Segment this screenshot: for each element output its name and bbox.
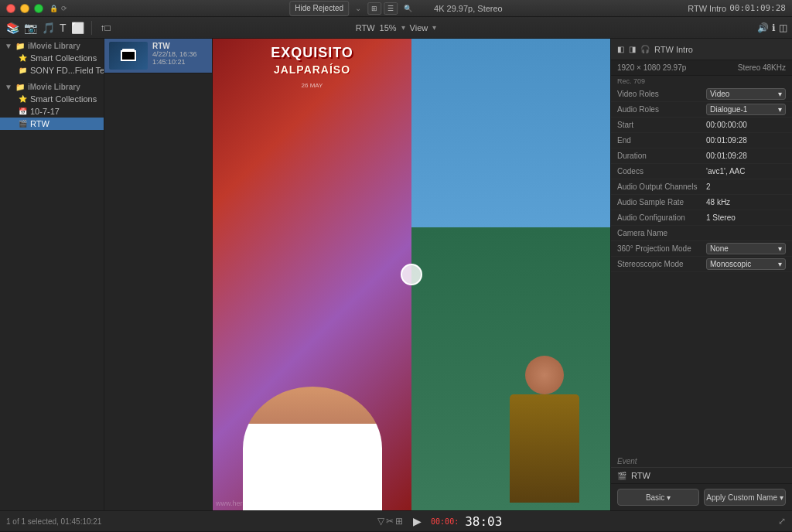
inspector-icon[interactable]: ◫: [779, 22, 787, 33]
inspector-header: ◧ ◨ 🎧 RTW Intro: [611, 39, 792, 60]
label-stereoscopic: Stereoscopic Mode: [617, 260, 706, 268]
toolbar: 📚 📷 🎵 T ⬜ ↑□ RTW 15% ▾ View ▾ 🔊 ℹ ◫: [0, 17, 792, 39]
inspector-row-codecs: Codecs 'avc1', AAC: [611, 164, 792, 179]
share-icon[interactable]: ↑□: [101, 22, 111, 33]
inspector-footer: Basic ▾ Apply Custom Name ▾: [611, 483, 792, 510]
360-projection-value: None: [710, 244, 729, 253]
label-audio-channels: Audio Output Channels: [617, 182, 706, 191]
music-icon[interactable]: 🎵: [40, 20, 56, 36]
value-stereoscopic[interactable]: Monoscopic ▾: [706, 258, 786, 270]
inspector-row-audio-roles: Audio Roles Dialogue-1 ▾: [611, 102, 792, 118]
match-icon[interactable]: ⊞: [395, 516, 403, 527]
inspector-back-icon[interactable]: ◧: [617, 45, 624, 53]
split-handle[interactable]: [401, 264, 422, 285]
stereoscopic-value: Monoscopic: [710, 260, 751, 268]
titlebar: 🔒 ⟳ Hide Rejected ⌄ ⊞ ☰ 🔍 4K 29.97p, Ste…: [0, 0, 792, 17]
inspector-forward-icon[interactable]: ◨: [629, 45, 636, 53]
view-toggle-1[interactable]: ⊞: [367, 2, 381, 15]
fullscreen-icon[interactable]: ⤢: [778, 516, 786, 527]
value-end: 00:01:09:28: [706, 136, 786, 145]
maximize-button[interactable]: [34, 4, 43, 13]
sidebar-section-imovie-2[interactable]: ▼ 📁 iMovie Library: [0, 80, 104, 93]
sidebar-item-smart-collections-2[interactable]: ⭐ Smart Collections: [0, 93, 104, 105]
inspector-rows-container: Video Roles Video ▾ Audio Roles Dialogue…: [611, 87, 792, 454]
poster-subtitle: 26 MAY: [302, 82, 323, 89]
chevron-video-roles: ▾: [778, 90, 782, 98]
value-video-roles[interactable]: Video ▾: [706, 88, 786, 100]
clip-item-rtw[interactable]: RTW 4/22/18, 16:36 1:45:10:21: [104, 39, 212, 73]
video-roles-value: Video: [710, 90, 729, 98]
chevron-down-icon-2: ▼: [5, 83, 12, 91]
clip-thumbnail: [109, 42, 148, 70]
browser-content: RTW 4/22/18, 16:36 1:45:10:21 EXQUISITO …: [104, 39, 610, 510]
clip-date: 4/22/18, 16:36: [152, 50, 197, 58]
sidebar-section-imovie-1[interactable]: ▼ 📁 iMovie Library: [0, 39, 104, 52]
trim-icon[interactable]: ✂: [386, 516, 394, 527]
view-label[interactable]: View: [410, 23, 428, 32]
library-icons: 📚 📷 🎵 T ⬜: [5, 20, 86, 36]
sidebar-item-rtw[interactable]: 🎬 RTW: [0, 118, 104, 130]
chevron-360: ▾: [778, 244, 782, 253]
value-sample-rate: 48 kHz: [706, 198, 786, 206]
sidebar-item-sony-field-test[interactable]: 📁 SONY FD...Field Test: [0, 64, 104, 77]
info-icon[interactable]: ℹ: [772, 22, 776, 33]
preview-left-panel: EXQUISITO JALPARAÍSO 26 MAY: [213, 39, 411, 510]
waveform-icon[interactable]: 🔊: [757, 22, 769, 33]
hide-rejected-button[interactable]: Hide Rejected: [289, 1, 349, 16]
view-options-icon[interactable]: ▽: [377, 516, 384, 527]
inspector-row-start: Start 00:00:00:00: [611, 118, 792, 133]
label-audio-config: Audio Configuration: [617, 213, 706, 222]
toolbar-share-icons: ↑□: [101, 22, 111, 33]
selection-info: 1 of 1 selected, 01:45:10:21: [6, 517, 101, 526]
close-button[interactable]: [6, 4, 15, 13]
label-codecs: Codecs: [617, 167, 706, 176]
person-outdoor: [494, 356, 595, 510]
minimize-button[interactable]: [20, 4, 29, 13]
label-sample-rate: Audio Sample Rate: [617, 198, 706, 206]
zoom-level: 15%: [380, 23, 397, 32]
sidebar-item-date[interactable]: 📅 10-7-17: [0, 105, 104, 118]
folder-icon-1: ⭐: [19, 54, 27, 62]
value-audio-roles[interactable]: Dialogue-1 ▾: [706, 104, 786, 115]
poster-title-1: EXQUISITO: [271, 45, 353, 62]
inspector-row-video-roles: Video Roles Video ▾: [611, 87, 792, 102]
inspector-audio-info: Stereo 48KHz: [738, 63, 786, 72]
label-video-roles: Video Roles: [617, 90, 706, 98]
generators-icon[interactable]: ⬜: [70, 20, 86, 36]
inspector-event-section-label: Event: [611, 454, 792, 467]
photos-icon[interactable]: 📷: [22, 20, 39, 36]
value-start: 00:00:00:00: [706, 121, 786, 129]
toolbar-center: RTW 15% ▾ View ▾: [356, 23, 437, 32]
status-bar: 1 of 1 selected, 01:45:10:21 ▽ ✂ ⊞ ▶ 00:…: [0, 510, 792, 532]
value-360-projection[interactable]: None ▾: [706, 243, 786, 254]
inspector-color-space: Rec. 709: [611, 76, 792, 87]
window-controls[interactable]: [6, 4, 43, 13]
inspector-row-stereoscopic: Stereoscopic Mode Monoscopic ▾: [611, 257, 792, 272]
timecode-red: 00:00:: [431, 517, 459, 526]
sidebar-item-smart-collections-1[interactable]: ⭐ Smart Collections: [0, 52, 104, 64]
preview-right-panel: [411, 39, 610, 510]
inspector-row-end: End 00:01:09:28: [611, 133, 792, 148]
view-controls: ▽ ✂ ⊞: [377, 516, 403, 527]
inspector-row-360-projection: 360° Projection Mode None ▾: [611, 241, 792, 257]
value-audio-channels: 2: [706, 182, 786, 191]
basic-button[interactable]: Basic ▾: [617, 489, 699, 506]
inspector-headphones-icon[interactable]: 🎧: [640, 45, 650, 53]
sidebar: ▼ 📁 iMovie Library ⭐ Smart Collections 📁…: [0, 39, 104, 510]
titlebar-center: Hide Rejected ⌄ ⊞ ☰ 🔍 4K 29.97p, Stereo: [289, 1, 503, 16]
value-codecs: 'avc1', AAC: [706, 167, 786, 176]
titles-icon[interactable]: T: [58, 20, 68, 36]
label-audio-roles: Audio Roles: [617, 105, 706, 114]
play-button[interactable]: ▶: [409, 513, 425, 529]
folder-icon-rtw: 🎬: [19, 120, 27, 128]
folder-icon-sony: 📁: [19, 66, 27, 74]
view-toggle-2[interactable]: ☰: [384, 2, 398, 15]
search-icon[interactable]: 🔍: [404, 5, 412, 12]
inspector-resolution: 1920 × 1080 29.97p: [617, 63, 686, 72]
inspector-row-duration: Duration 00:01:09:28: [611, 148, 792, 164]
browser: RTW 4/22/18, 16:36 1:45:10:21 EXQUISITO …: [104, 39, 610, 510]
audio-roles-value: Dialogue-1: [710, 105, 747, 114]
libraries-icon[interactable]: 📚: [5, 20, 21, 36]
apply-custom-name-button[interactable]: Apply Custom Name ▾: [704, 489, 786, 506]
sidebar-label-smart-col-2: Smart Collections: [30, 94, 97, 104]
